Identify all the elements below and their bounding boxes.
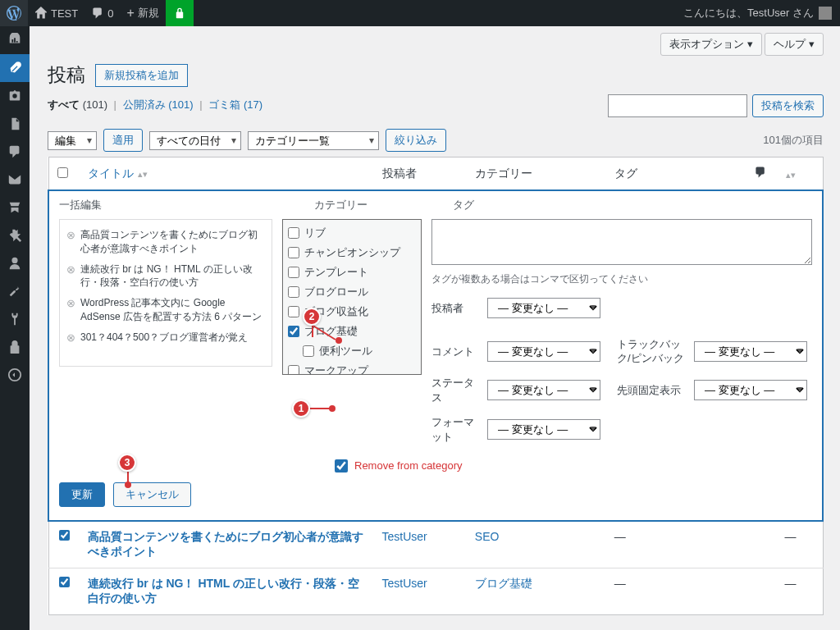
category-item: チャンピオンシップ	[288, 243, 416, 262]
annotation-3-dot	[125, 482, 131, 488]
sticky-select[interactable]: — 変更なし —	[694, 380, 807, 400]
sidebar-tools[interactable]	[0, 277, 30, 305]
bulk-titles-box: ⊗高品質コンテンツを書くためにブログ初心者が意識すべきポイント⊗連続改行 br …	[59, 219, 272, 367]
category-item: マークアップ	[288, 361, 416, 375]
home-icon[interactable]: TEST	[28, 0, 84, 26]
post-author-link[interactable]: TestUser	[382, 577, 427, 590]
annotation-1: 1	[292, 399, 310, 418]
sticky-field-label: 先頭固定表示	[617, 383, 687, 398]
comment-field-label: コメント	[431, 345, 481, 359]
post-category-link[interactable]: SEO	[475, 530, 500, 543]
category-checkbox[interactable]	[288, 326, 299, 337]
view-all-count: (101)	[83, 98, 107, 111]
wp-logo[interactable]	[0, 0, 28, 26]
remove-title-icon[interactable]: ⊗	[66, 331, 75, 345]
comment-select[interactable]: — 変更なし —	[487, 341, 600, 362]
format-select[interactable]: — 変更なし —	[487, 419, 600, 440]
row-checkbox[interactable]	[59, 577, 70, 587]
categories-label: カテゴリー	[304, 191, 444, 219]
post-author-link[interactable]: TestUser	[382, 530, 427, 543]
comment-icon	[754, 166, 767, 179]
post-title-link[interactable]: 高品質コンテンツを書くためにブログ初心者が意識すべきポイント	[88, 530, 363, 558]
bulk-title-text: 高品質コンテンツを書くためにブログ初心者が意識すべきポイント	[80, 228, 265, 256]
annotation-1-line	[310, 408, 330, 409]
view-published[interactable]: 公開済み (101)	[123, 98, 194, 111]
update-button[interactable]: 更新	[59, 482, 105, 507]
remove-from-category-checkbox[interactable]	[335, 459, 348, 472]
row-checkbox[interactable]	[59, 530, 70, 541]
view-trash[interactable]: ゴミ箱 (17)	[208, 98, 262, 111]
select-all-checkbox[interactable]	[57, 167, 68, 178]
post-date: —	[776, 521, 823, 568]
column-date: ▴▾	[776, 158, 823, 191]
new-content[interactable]: +新規	[120, 0, 165, 26]
search-input[interactable]	[608, 94, 747, 117]
comment-count: 0	[107, 7, 113, 20]
date-filter-select[interactable]: すべての日付	[149, 131, 241, 150]
sidebar-comments[interactable]	[0, 138, 30, 166]
bulk-title-item: ⊗連続改行 br は NG！ HTML の正しい改行・段落・空白行の使い方	[65, 259, 267, 294]
avatar[interactable]	[819, 7, 832, 20]
sidebar-settings[interactable]	[0, 305, 30, 333]
trackback-select[interactable]: — 変更なし —	[694, 341, 807, 362]
category-checkbox[interactable]	[288, 267, 299, 278]
category-label: チャンピオンシップ	[304, 245, 400, 260]
remove-title-icon[interactable]: ⊗	[66, 262, 75, 290]
sidebar-dashboard[interactable]	[0, 26, 30, 54]
table-row: 連続改行 br は NG！ HTML の正しい改行・段落・空白行の使い方 Tes…	[48, 568, 823, 614]
category-item: テンプレート	[288, 262, 416, 282]
author-select[interactable]: — 変更なし —	[487, 298, 600, 318]
bulk-title-text: 301？404？500？ブログ運営者が覚え	[80, 331, 248, 345]
sidebar-security[interactable]	[0, 333, 30, 361]
apply-button[interactable]: 適用	[103, 129, 143, 152]
category-checkbox[interactable]	[288, 247, 299, 258]
category-item: 便利ツール	[288, 341, 416, 361]
posts-table: タイトル ▴▾ 投稿者 カテゴリー タグ ▴▾ 一括編集 カテゴリー	[48, 157, 824, 615]
sidebar-feedback[interactable]	[0, 166, 30, 194]
table-row: 高品質コンテンツを書くためにブログ初心者が意識すべきポイント TestUser …	[48, 521, 823, 568]
category-checkbox[interactable]	[288, 306, 299, 317]
category-checkbox[interactable]	[288, 365, 299, 375]
column-categories: カテゴリー	[467, 158, 606, 191]
post-title-link[interactable]: 連続改行 br は NG！ HTML の正しい改行・段落・空白行の使い方	[88, 577, 359, 605]
category-filter-select[interactable]: カテゴリー一覧	[248, 131, 379, 150]
tags-label: タグ	[443, 191, 822, 219]
remove-title-icon[interactable]: ⊗	[66, 296, 75, 324]
view-all-label: すべて	[48, 98, 80, 111]
search-button[interactable]: 投稿を検索	[752, 94, 824, 117]
author-field-label: 投稿者	[431, 301, 481, 316]
bulk-action-select[interactable]: 編集	[48, 131, 97, 150]
column-title[interactable]: タイトル ▴▾	[88, 167, 148, 180]
status-field-label: ステータス	[431, 376, 481, 405]
sidebar-collapse[interactable]	[0, 361, 30, 389]
screen-options-button[interactable]: 表示オプション ▾	[660, 33, 762, 56]
sidebar-posts[interactable]	[0, 54, 30, 82]
comments-link[interactable]: 0	[84, 0, 120, 26]
sidebar-pages[interactable]	[0, 110, 30, 138]
bulk-title-item: ⊗高品質コンテンツを書くためにブログ初心者が意識すべきポイント	[65, 225, 267, 259]
bulk-title-item: ⊗WordPress 記事本文内に Google AdSense 広告を配置する…	[65, 293, 267, 327]
category-label: リブ	[304, 226, 326, 240]
sidebar-plugins[interactable]	[0, 221, 30, 249]
post-category-link[interactable]: ブログ基礎	[475, 577, 532, 590]
category-checkbox[interactable]	[288, 286, 299, 298]
category-checkbox[interactable]	[303, 345, 314, 357]
page-title: 投稿	[48, 62, 85, 88]
help-button[interactable]: ヘルプ ▾	[765, 33, 824, 56]
sidebar-media[interactable]	[0, 82, 30, 110]
sidebar-users[interactable]	[0, 249, 30, 277]
sidebar-appearance[interactable]	[0, 194, 30, 221]
filter-button[interactable]: 絞り込み	[386, 129, 446, 152]
admin-bar: TEST 0 +新規 こんにちは、TestUser さん	[0, 0, 840, 26]
add-new-button[interactable]: 新規投稿を追加	[95, 64, 188, 87]
post-tags: —	[606, 521, 746, 568]
status-select[interactable]: — 変更なし —	[487, 380, 600, 400]
tags-help: タグが複数ある場合はコンマで区切ってください	[431, 272, 812, 286]
tags-input[interactable]	[431, 219, 812, 265]
category-label: マークアップ	[304, 363, 368, 375]
remove-title-icon[interactable]: ⊗	[66, 228, 75, 256]
annotation-1-dot	[329, 405, 336, 412]
category-checkbox[interactable]	[288, 227, 299, 239]
lock-icon[interactable]	[166, 0, 194, 26]
bulk-title-text: 連続改行 br は NG！ HTML の正しい改行・段落・空白行の使い方	[80, 262, 265, 290]
